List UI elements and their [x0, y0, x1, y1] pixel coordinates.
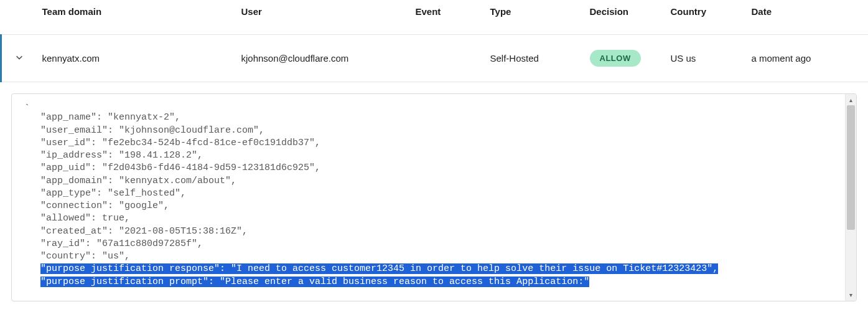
cell-country: US us — [666, 35, 747, 82]
chevron-down-icon[interactable] — [15, 53, 24, 62]
json-line: "user_id": "fe2ebc34-524b-4fcd-81ce-ef0c… — [40, 137, 844, 149]
json-detail-panel: `"app_name": "kennyatx-2","user_email": … — [11, 93, 857, 301]
json-line: "app_domain": "kennyatx.com/about", — [40, 175, 844, 187]
json-line: "country": "us", — [40, 250, 844, 263]
json-line: "ray_id": "67a11c880d97285f", — [40, 238, 844, 250]
col-team-domain: Team domain — [37, 0, 236, 35]
json-line: "user_email": "kjohnson@cloudflare.com", — [40, 125, 844, 137]
scroll-up-button[interactable]: ▴ — [846, 94, 856, 105]
json-line: "app_name": "kennyatx-2", — [40, 111, 844, 124]
json-highlighted-text: "purpose justification response": "I nee… — [40, 263, 718, 274]
cell-user: kjohnson@cloudflare.com — [236, 35, 411, 82]
col-event: Event — [411, 0, 485, 35]
scroll-down-button[interactable]: ▾ — [846, 290, 856, 301]
cell-type: Self-Hosted — [485, 35, 585, 82]
cell-team-domain: kennyatx.com — [37, 35, 236, 82]
json-line: "created_at": "2021-08-05T15:38:16Z", — [40, 225, 844, 238]
scroll-thumb[interactable] — [847, 105, 855, 230]
json-highlighted-text: "purpose justification prompt": "Please … — [40, 277, 589, 287]
json-line: "allowed": true, — [40, 212, 844, 225]
json-line: "app_uid": "f2d043b6-fd46-4184-9d59-1231… — [40, 162, 844, 174]
col-type: Type — [485, 0, 585, 35]
json-line: "connection": "google", — [40, 200, 844, 212]
col-country: Country — [666, 0, 747, 35]
col-decision: Decision — [585, 0, 666, 35]
json-content[interactable]: `"app_name": "kennyatx-2","user_email": … — [12, 94, 856, 301]
json-line: "purpose justification prompt": "Please … — [40, 276, 844, 288]
vertical-scrollbar[interactable]: ▴ ▾ — [845, 94, 856, 301]
cell-event — [411, 35, 485, 82]
access-log-table: Team domain User Event Type Decision Cou… — [0, 0, 868, 82]
json-line: "purpose justification response": "I nee… — [40, 263, 844, 275]
json-line: "ip_address": "198.41.128.2", — [40, 149, 844, 162]
col-user: User — [236, 0, 411, 35]
cell-date: a moment ago — [747, 35, 869, 82]
table-header-row: Team domain User Event Type Decision Cou… — [1, 0, 869, 35]
decision-badge: ALLOW — [590, 50, 641, 67]
table-row[interactable]: kennyatx.com kjohnson@cloudflare.com Sel… — [1, 35, 869, 82]
col-date: Date — [747, 0, 869, 35]
json-line: "app_type": "self_hosted", — [40, 187, 844, 200]
